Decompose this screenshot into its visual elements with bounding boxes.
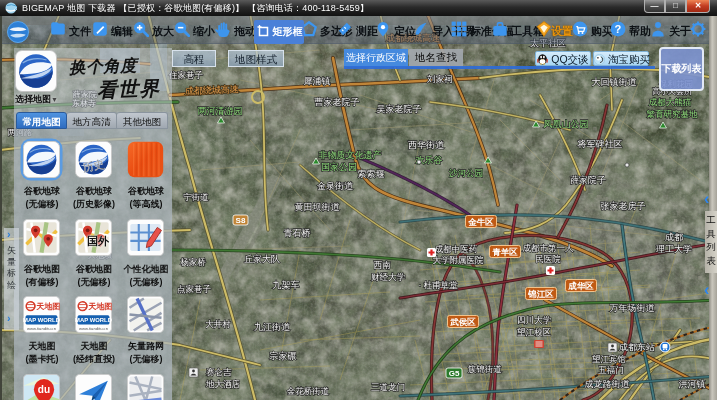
svg-text:曹家老院子: 曹家老院子 <box>314 97 360 107</box>
svg-text:地大酒店: 地大酒店 <box>205 379 240 389</box>
svg-text:九架车: 九架车 <box>273 280 300 290</box>
svg-text:MAP WORLD: MAP WORLD <box>75 317 112 323</box>
svg-text:九江街道: 九江街道 <box>254 322 290 332</box>
svg-text:住家巷子: 住家巷子 <box>168 70 204 80</box>
svg-text:簇锦街道: 簇锦街道 <box>468 364 502 374</box>
svg-text:凤凰山公园: 凤凰山公园 <box>544 119 589 129</box>
svg-text:天地图: 天地图 <box>35 302 60 311</box>
svg-text:西华街道: 西华街道 <box>408 140 444 150</box>
svg-text:国家公园: 国家公园 <box>321 162 357 172</box>
svg-text:三道龙门: 三道龙门 <box>371 382 405 392</box>
svg-text:民医院: 民医院 <box>535 254 561 264</box>
svg-text:成都市第一人: 成都市第一人 <box>523 243 575 253</box>
svg-text:锦江区: 锦江区 <box>527 289 554 299</box>
svg-text:犀浦镇: 犀浦镇 <box>304 76 331 86</box>
svg-text:金泉街道: 金泉街道 <box>317 181 353 191</box>
svg-text:成都大熊猫: 成都大熊猫 <box>649 97 692 107</box>
svg-text:G5: G5 <box>449 369 460 378</box>
svg-text:望江校区: 望江校区 <box>517 327 551 337</box>
svg-text:赛仑吉: 赛仑吉 <box>206 367 232 377</box>
svg-text:?: ? <box>615 23 622 35</box>
svg-text:杨家桥: 杨家桥 <box>180 257 206 267</box>
svg-text:丘家大队: 丘家大队 <box>244 254 280 264</box>
svg-text:黄田坝街道: 黄田坝街道 <box>295 202 340 212</box>
svg-text:成龙路街道: 成龙路街道 <box>585 379 630 389</box>
svg-text:武侯区: 武侯区 <box>449 317 476 327</box>
svg-text:大回镇街道: 大回镇街道 <box>592 77 637 87</box>
svg-text:www.tianditu.cn: www.tianditu.cn <box>27 326 57 331</box>
svg-text:万年场街道: 万年场街道 <box>610 303 655 313</box>
svg-text:四川大学: 四川大学 <box>517 315 552 325</box>
svg-text:www.tianditu.cn: www.tianditu.cn <box>79 326 109 331</box>
svg-text:MAP WORLD: MAP WORLD <box>23 317 60 323</box>
svg-text:五福门: 五福门 <box>598 365 624 375</box>
svg-text:沙河公园: 沙河公园 <box>449 168 483 178</box>
svg-text:大学附属医院: 大学附属医院 <box>433 255 485 265</box>
svg-text:金花桥街道: 金花桥街道 <box>287 386 330 396</box>
svg-text:两河清游园: 两河清游园 <box>198 106 243 116</box>
svg-text:洪河镇: 洪河镇 <box>679 379 706 389</box>
svg-text:成都中医药: 成都中医药 <box>435 244 478 254</box>
svg-text:张家老房子: 张家老房子 <box>601 201 646 211</box>
svg-text:金牛区: 金牛区 <box>467 217 494 227</box>
svg-text:吴家老院子: 吴家老院子 <box>377 104 422 114</box>
svg-text:点家巷子: 点家巷子 <box>177 284 212 294</box>
svg-text:理工大学: 理工大学 <box>656 244 692 254</box>
svg-text:成华区: 成华区 <box>567 281 594 291</box>
svg-text:青羊区: 青羊区 <box>492 247 518 257</box>
svg-text:刘家祠: 刘家祠 <box>426 74 453 84</box>
svg-text:繁育研究基地: 繁育研究基地 <box>647 109 699 119</box>
svg-text:将军碑社区: 将军碑社区 <box>577 139 623 149</box>
svg-text:非物质文化遗产: 非物质文化遗产 <box>319 150 382 160</box>
svg-text:du: du <box>38 384 50 395</box>
svg-text:成都东站: 成都东站 <box>619 342 655 352</box>
svg-text:· 杜甫草堂: · 杜甫草堂 <box>418 280 458 290</box>
svg-text:望江宾馆: 望江宾馆 <box>592 354 626 364</box>
svg-text:大井村: 大井村 <box>205 319 231 329</box>
svg-text:成都: 成都 <box>665 232 683 242</box>
svg-text:薛家院子: 薛家院子 <box>570 175 606 185</box>
svg-text:索索堰: 索索堰 <box>358 169 385 179</box>
svg-text:S8: S8 <box>236 216 246 225</box>
svg-text:天地图: 天地图 <box>87 302 112 311</box>
svg-text:成都绕城高速: 成都绕城高速 <box>185 84 239 96</box>
svg-text:西南: 西南 <box>374 260 392 270</box>
svg-text:财经大学: 财经大学 <box>371 272 406 282</box>
svg-text:宁街道: 宁街道 <box>183 192 209 202</box>
svg-text:青石桥: 青石桥 <box>284 228 311 238</box>
svg-text:宗家碾: 宗家碾 <box>270 351 297 361</box>
